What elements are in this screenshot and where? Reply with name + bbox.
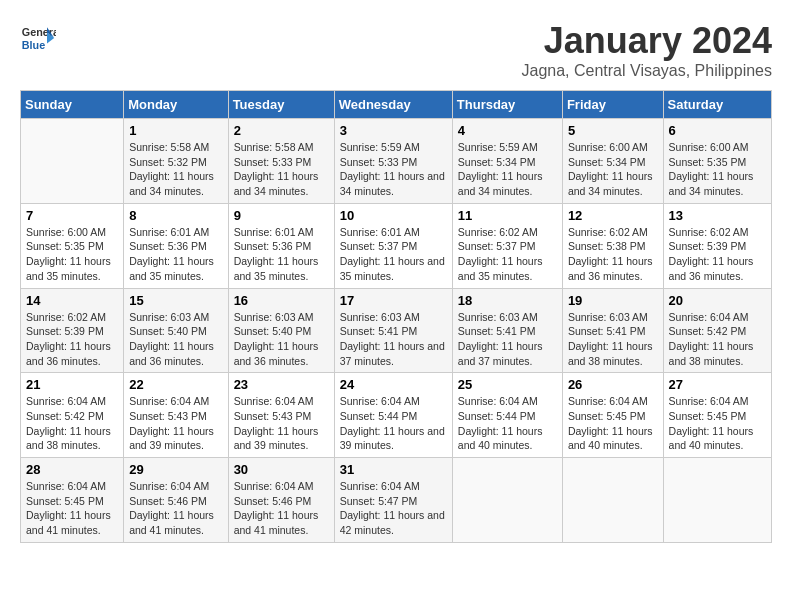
weekday-header-wednesday: Wednesday: [334, 91, 452, 119]
calendar-cell: [562, 458, 663, 543]
day-number: 11: [458, 208, 557, 223]
calendar-cell: [21, 119, 124, 204]
day-info: Sunrise: 6:04 AMSunset: 5:44 PMDaylight:…: [340, 394, 447, 453]
day-info: Sunrise: 6:03 AMSunset: 5:41 PMDaylight:…: [340, 310, 447, 369]
day-info: Sunrise: 6:04 AMSunset: 5:45 PMDaylight:…: [568, 394, 658, 453]
calendar-cell: 29Sunrise: 6:04 AMSunset: 5:46 PMDayligh…: [124, 458, 228, 543]
calendar-cell: 30Sunrise: 6:04 AMSunset: 5:46 PMDayligh…: [228, 458, 334, 543]
calendar-cell: [452, 458, 562, 543]
day-info: Sunrise: 6:03 AMSunset: 5:40 PMDaylight:…: [129, 310, 222, 369]
day-info: Sunrise: 6:01 AMSunset: 5:37 PMDaylight:…: [340, 225, 447, 284]
day-number: 8: [129, 208, 222, 223]
day-info: Sunrise: 6:04 AMSunset: 5:44 PMDaylight:…: [458, 394, 557, 453]
day-info: Sunrise: 5:59 AMSunset: 5:33 PMDaylight:…: [340, 140, 447, 199]
calendar-cell: 20Sunrise: 6:04 AMSunset: 5:42 PMDayligh…: [663, 288, 771, 373]
calendar-cell: 16Sunrise: 6:03 AMSunset: 5:40 PMDayligh…: [228, 288, 334, 373]
day-number: 20: [669, 293, 766, 308]
weekday-header-row: SundayMondayTuesdayWednesdayThursdayFrid…: [21, 91, 772, 119]
day-number: 23: [234, 377, 329, 392]
calendar-cell: 5Sunrise: 6:00 AMSunset: 5:34 PMDaylight…: [562, 119, 663, 204]
calendar-cell: [663, 458, 771, 543]
calendar-cell: 7Sunrise: 6:00 AMSunset: 5:35 PMDaylight…: [21, 203, 124, 288]
day-number: 5: [568, 123, 658, 138]
day-info: Sunrise: 6:02 AMSunset: 5:38 PMDaylight:…: [568, 225, 658, 284]
day-number: 2: [234, 123, 329, 138]
day-info: Sunrise: 6:04 AMSunset: 5:42 PMDaylight:…: [26, 394, 118, 453]
day-number: 14: [26, 293, 118, 308]
day-number: 12: [568, 208, 658, 223]
day-info: Sunrise: 6:01 AMSunset: 5:36 PMDaylight:…: [234, 225, 329, 284]
day-info: Sunrise: 6:00 AMSunset: 5:34 PMDaylight:…: [568, 140, 658, 199]
day-info: Sunrise: 6:01 AMSunset: 5:36 PMDaylight:…: [129, 225, 222, 284]
day-info: Sunrise: 6:03 AMSunset: 5:40 PMDaylight:…: [234, 310, 329, 369]
day-number: 30: [234, 462, 329, 477]
day-number: 16: [234, 293, 329, 308]
day-info: Sunrise: 5:58 AMSunset: 5:32 PMDaylight:…: [129, 140, 222, 199]
day-info: Sunrise: 6:03 AMSunset: 5:41 PMDaylight:…: [568, 310, 658, 369]
day-info: Sunrise: 6:03 AMSunset: 5:41 PMDaylight:…: [458, 310, 557, 369]
day-info: Sunrise: 6:00 AMSunset: 5:35 PMDaylight:…: [26, 225, 118, 284]
calendar-cell: 28Sunrise: 6:04 AMSunset: 5:45 PMDayligh…: [21, 458, 124, 543]
calendar-cell: 23Sunrise: 6:04 AMSunset: 5:43 PMDayligh…: [228, 373, 334, 458]
calendar-cell: 13Sunrise: 6:02 AMSunset: 5:39 PMDayligh…: [663, 203, 771, 288]
day-info: Sunrise: 6:04 AMSunset: 5:45 PMDaylight:…: [669, 394, 766, 453]
calendar-week-row: 7Sunrise: 6:00 AMSunset: 5:35 PMDaylight…: [21, 203, 772, 288]
day-info: Sunrise: 6:04 AMSunset: 5:45 PMDaylight:…: [26, 479, 118, 538]
calendar-cell: 6Sunrise: 6:00 AMSunset: 5:35 PMDaylight…: [663, 119, 771, 204]
day-info: Sunrise: 6:04 AMSunset: 5:42 PMDaylight:…: [669, 310, 766, 369]
calendar-cell: 12Sunrise: 6:02 AMSunset: 5:38 PMDayligh…: [562, 203, 663, 288]
day-number: 26: [568, 377, 658, 392]
day-number: 4: [458, 123, 557, 138]
day-number: 22: [129, 377, 222, 392]
logo: General Blue: [20, 20, 60, 56]
calendar-cell: 8Sunrise: 6:01 AMSunset: 5:36 PMDaylight…: [124, 203, 228, 288]
weekday-header-monday: Monday: [124, 91, 228, 119]
day-number: 25: [458, 377, 557, 392]
calendar-cell: 11Sunrise: 6:02 AMSunset: 5:37 PMDayligh…: [452, 203, 562, 288]
calendar-week-row: 28Sunrise: 6:04 AMSunset: 5:45 PMDayligh…: [21, 458, 772, 543]
month-title: January 2024: [521, 20, 772, 62]
calendar-cell: 21Sunrise: 6:04 AMSunset: 5:42 PMDayligh…: [21, 373, 124, 458]
calendar-cell: 15Sunrise: 6:03 AMSunset: 5:40 PMDayligh…: [124, 288, 228, 373]
calendar-cell: 10Sunrise: 6:01 AMSunset: 5:37 PMDayligh…: [334, 203, 452, 288]
day-info: Sunrise: 6:04 AMSunset: 5:43 PMDaylight:…: [234, 394, 329, 453]
calendar-week-row: 21Sunrise: 6:04 AMSunset: 5:42 PMDayligh…: [21, 373, 772, 458]
day-number: 3: [340, 123, 447, 138]
day-number: 27: [669, 377, 766, 392]
calendar-week-row: 14Sunrise: 6:02 AMSunset: 5:39 PMDayligh…: [21, 288, 772, 373]
day-number: 31: [340, 462, 447, 477]
day-number: 17: [340, 293, 447, 308]
header: General Blue January 2024 Jagna, Central…: [20, 20, 772, 80]
calendar-cell: 4Sunrise: 5:59 AMSunset: 5:34 PMDaylight…: [452, 119, 562, 204]
day-number: 24: [340, 377, 447, 392]
calendar-cell: 19Sunrise: 6:03 AMSunset: 5:41 PMDayligh…: [562, 288, 663, 373]
day-number: 10: [340, 208, 447, 223]
calendar-cell: 9Sunrise: 6:01 AMSunset: 5:36 PMDaylight…: [228, 203, 334, 288]
weekday-header-friday: Friday: [562, 91, 663, 119]
day-info: Sunrise: 6:04 AMSunset: 5:47 PMDaylight:…: [340, 479, 447, 538]
calendar-cell: 17Sunrise: 6:03 AMSunset: 5:41 PMDayligh…: [334, 288, 452, 373]
day-info: Sunrise: 6:02 AMSunset: 5:39 PMDaylight:…: [669, 225, 766, 284]
day-info: Sunrise: 6:00 AMSunset: 5:35 PMDaylight:…: [669, 140, 766, 199]
day-info: Sunrise: 6:02 AMSunset: 5:39 PMDaylight:…: [26, 310, 118, 369]
day-info: Sunrise: 6:04 AMSunset: 5:46 PMDaylight:…: [129, 479, 222, 538]
calendar-table: SundayMondayTuesdayWednesdayThursdayFrid…: [20, 90, 772, 543]
calendar-cell: 3Sunrise: 5:59 AMSunset: 5:33 PMDaylight…: [334, 119, 452, 204]
calendar-cell: 31Sunrise: 6:04 AMSunset: 5:47 PMDayligh…: [334, 458, 452, 543]
calendar-cell: 25Sunrise: 6:04 AMSunset: 5:44 PMDayligh…: [452, 373, 562, 458]
day-number: 1: [129, 123, 222, 138]
day-info: Sunrise: 6:04 AMSunset: 5:43 PMDaylight:…: [129, 394, 222, 453]
weekday-header-thursday: Thursday: [452, 91, 562, 119]
location-title: Jagna, Central Visayas, Philippines: [521, 62, 772, 80]
day-info: Sunrise: 5:59 AMSunset: 5:34 PMDaylight:…: [458, 140, 557, 199]
calendar-week-row: 1Sunrise: 5:58 AMSunset: 5:32 PMDaylight…: [21, 119, 772, 204]
calendar-cell: 22Sunrise: 6:04 AMSunset: 5:43 PMDayligh…: [124, 373, 228, 458]
calendar-cell: 2Sunrise: 5:58 AMSunset: 5:33 PMDaylight…: [228, 119, 334, 204]
calendar-cell: 18Sunrise: 6:03 AMSunset: 5:41 PMDayligh…: [452, 288, 562, 373]
day-number: 28: [26, 462, 118, 477]
calendar-cell: 14Sunrise: 6:02 AMSunset: 5:39 PMDayligh…: [21, 288, 124, 373]
calendar-cell: 24Sunrise: 6:04 AMSunset: 5:44 PMDayligh…: [334, 373, 452, 458]
day-number: 7: [26, 208, 118, 223]
day-number: 9: [234, 208, 329, 223]
day-number: 19: [568, 293, 658, 308]
